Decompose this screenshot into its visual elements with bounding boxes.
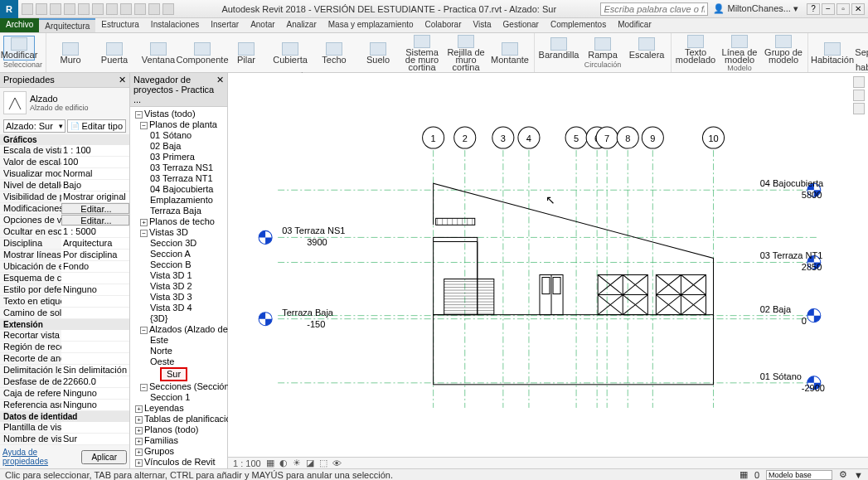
property-row[interactable]: Valor de escala 1:100 bbox=[0, 157, 129, 168]
ribbon-tab[interactable]: Anotar bbox=[245, 18, 280, 32]
property-row[interactable]: Estilo por defecto de v...Ninguno bbox=[0, 284, 129, 296]
property-row[interactable]: Plantilla de vista bbox=[0, 422, 129, 434]
ribbon-tab[interactable]: Masa y emplazamiento bbox=[322, 18, 419, 32]
tree-item[interactable]: −Alzados (Alzado de edificio) bbox=[132, 324, 225, 335]
scale-control[interactable]: 1 : 100 bbox=[233, 458, 261, 468]
tree-item[interactable]: Emplazamiento bbox=[132, 195, 225, 206]
browser-close-icon[interactable]: ✕ bbox=[216, 75, 224, 104]
tree-item[interactable]: +Planos (todo) bbox=[132, 424, 225, 435]
ribbon-button[interactable]: Montante bbox=[489, 42, 531, 64]
ribbon-button[interactable]: Sistema de muro cortina bbox=[401, 35, 443, 71]
sun-path-icon[interactable]: ☀ bbox=[293, 458, 301, 468]
ribbon-button[interactable]: Separador de habitación bbox=[856, 35, 868, 71]
property-category[interactable]: Datos de identidad bbox=[0, 411, 129, 422]
tree-item[interactable]: Seccion A bbox=[132, 249, 225, 259]
property-category[interactable]: Extensión bbox=[0, 319, 129, 330]
properties-close-icon[interactable]: ✕ bbox=[119, 75, 126, 85]
nav-home-icon[interactable] bbox=[853, 76, 865, 88]
tree-item[interactable]: −Vistas (todo) bbox=[132, 109, 225, 119]
tree-item[interactable]: Vista 3D 1 bbox=[132, 270, 225, 281]
ribbon-button[interactable]: Barandilla bbox=[538, 37, 579, 59]
ribbon-button[interactable]: Grupo de modelo bbox=[763, 35, 804, 64]
property-row[interactable]: Visibilidad de piezasMostrar original bbox=[0, 192, 129, 203]
qat-redo-icon[interactable] bbox=[64, 3, 75, 15]
tree-item[interactable]: Oeste bbox=[132, 356, 225, 367]
property-row[interactable]: Modificaciones de visi...Editar... bbox=[0, 203, 129, 215]
tree-item[interactable]: 03 Terraza NS1 bbox=[132, 162, 225, 173]
status-icon[interactable]: 0 bbox=[754, 470, 759, 480]
qat-undo-icon[interactable] bbox=[50, 3, 61, 15]
property-row[interactable]: Recortar vista bbox=[0, 330, 129, 342]
tree-item[interactable]: Este bbox=[132, 335, 225, 346]
filter-icon[interactable]: ▼ bbox=[854, 470, 863, 480]
apply-button[interactable]: Aplicar bbox=[81, 450, 127, 464]
property-row[interactable]: Mostrar líneas ocultasPor disciplina bbox=[0, 250, 129, 261]
status-icon[interactable]: ▦ bbox=[739, 469, 748, 480]
close-icon[interactable]: ✕ bbox=[851, 3, 865, 15]
maximize-icon[interactable]: ▫ bbox=[836, 3, 850, 15]
tree-item[interactable]: Vista 3D 3 bbox=[132, 292, 225, 303]
property-row[interactable]: Nivel de detalleBajo bbox=[0, 180, 129, 192]
ribbon-button[interactable]: Pilar bbox=[225, 42, 267, 64]
property-row[interactable]: Referencia asociadaNinguno bbox=[0, 400, 129, 411]
tree-item[interactable]: +Tablas de planificación/Cantida bbox=[132, 414, 225, 424]
ribbon-button[interactable]: Línea de modelo bbox=[719, 35, 760, 64]
ribbon-tab[interactable]: Analizar bbox=[281, 18, 322, 32]
ribbon-tab[interactable]: Estructura bbox=[95, 18, 145, 32]
crop-icon[interactable]: ⬚ bbox=[319, 458, 327, 468]
model-base-input[interactable] bbox=[766, 470, 832, 480]
property-row[interactable]: Visualizar modeloNormal bbox=[0, 168, 129, 180]
ribbon-button[interactable]: Techo bbox=[313, 42, 355, 64]
ribbon-tab[interactable]: Complementos bbox=[545, 18, 612, 32]
property-row[interactable]: Región de recorte visi... bbox=[0, 342, 129, 353]
property-row[interactable]: Desfase de delimitaci...22660.0 bbox=[0, 376, 129, 388]
drawing-canvas[interactable]: 1234567891004 Bajocubierta580003 Terraza… bbox=[228, 73, 868, 468]
tree-item[interactable]: 04 Bajocubierta bbox=[132, 184, 225, 195]
status-icon[interactable]: ⚙ bbox=[839, 469, 847, 480]
qat-icon[interactable] bbox=[148, 3, 160, 15]
property-row[interactable]: Nombre de vistaSur bbox=[0, 434, 129, 445]
tree-item[interactable]: 03 Terraza NT1 bbox=[132, 173, 225, 184]
shadow-icon[interactable]: ◪ bbox=[306, 458, 314, 468]
ribbon-button[interactable]: Componente bbox=[182, 42, 223, 64]
ribbon-tab[interactable]: Colaborar bbox=[419, 18, 468, 32]
property-row[interactable]: Ocultar en escalas co...1 : 5000 bbox=[0, 226, 129, 238]
tree-item[interactable]: Terraza Baja bbox=[132, 206, 225, 216]
tree-item[interactable]: 01 Sótano bbox=[132, 130, 225, 141]
edit-type-button[interactable]: 📄 Editar tipo bbox=[67, 119, 126, 133]
tree-item[interactable]: +Leyendas bbox=[132, 403, 225, 414]
tree-item[interactable]: 02 Baja bbox=[132, 141, 225, 152]
tree-item[interactable]: −Planos de planta bbox=[132, 119, 225, 130]
properties-help-link[interactable]: Ayuda de propiedades bbox=[2, 448, 81, 466]
type-selector-dropdown[interactable]: Alzado: Sur bbox=[3, 119, 65, 133]
nav-wheel-icon[interactable] bbox=[853, 90, 865, 101]
qat-icon[interactable] bbox=[120, 3, 132, 15]
tree-item[interactable]: Seccion B bbox=[132, 259, 225, 270]
ribbon-button[interactable]: Escalera bbox=[626, 37, 667, 59]
tree-item[interactable]: Seccion 1 bbox=[132, 392, 225, 403]
tree-item[interactable]: Sur bbox=[160, 367, 187, 381]
qat-icon[interactable] bbox=[162, 3, 174, 15]
nav-zoom-icon[interactable] bbox=[853, 103, 865, 114]
ribbon-tab[interactable]: Insertar bbox=[205, 18, 245, 32]
ribbon-tab[interactable]: Vista bbox=[468, 18, 497, 32]
property-row[interactable]: Opciones de visualiza...Editar... bbox=[0, 215, 129, 226]
ribbon-button[interactable]: Texto modelado bbox=[675, 35, 716, 64]
tree-item[interactable]: +Vínculos de Revit bbox=[132, 457, 225, 468]
property-row[interactable]: Recorte de anotación bbox=[0, 353, 129, 365]
ribbon-button[interactable]: Suelo bbox=[357, 42, 399, 64]
detail-level-icon[interactable]: ▦ bbox=[266, 458, 274, 468]
ribbon-tab[interactable]: Arquitectura bbox=[39, 18, 95, 32]
ribbon-tab[interactable]: Gestionar bbox=[497, 18, 545, 32]
help-icon[interactable]: ? bbox=[807, 3, 820, 15]
qat-icon[interactable] bbox=[106, 3, 118, 15]
ribbon-button[interactable]: Puerta bbox=[94, 42, 135, 64]
property-row[interactable]: Escala de vista1 : 100 bbox=[0, 145, 129, 157]
qat-icon[interactable] bbox=[134, 3, 146, 15]
hide-icon[interactable]: 👁 bbox=[332, 458, 342, 468]
ribbon-button[interactable]: Rampa bbox=[582, 37, 623, 59]
property-row[interactable]: Delimitación lejanaSin delimitación bbox=[0, 365, 129, 376]
ribbon-tab[interactable]: Modificar bbox=[612, 18, 657, 32]
property-row[interactable]: Texto en etiqueta de r... bbox=[0, 296, 129, 308]
tree-item[interactable]: Norte bbox=[132, 346, 225, 356]
